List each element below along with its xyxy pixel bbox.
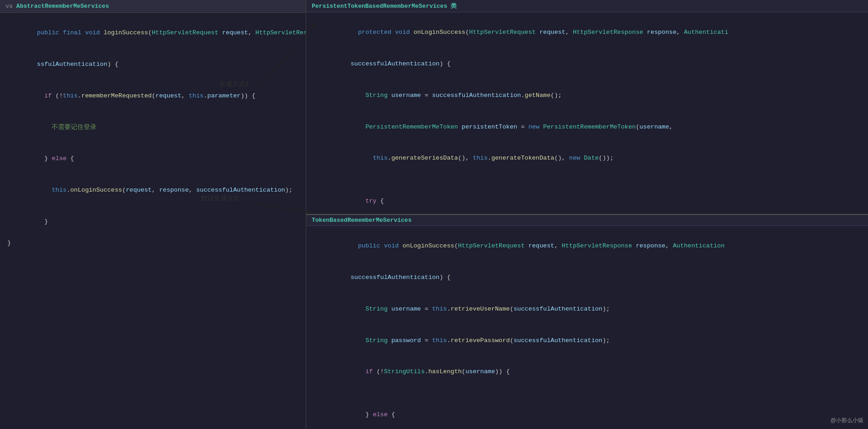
watermark: @小那么小猿 bbox=[831, 417, 863, 424]
keyword: public bbox=[358, 242, 380, 249]
param: successfulAuthentication bbox=[351, 274, 439, 281]
code-line: if (!this.rememberMeRequested(request, t… bbox=[0, 80, 306, 112]
method: generateSeriesData bbox=[391, 155, 458, 161]
param: response bbox=[647, 29, 676, 36]
param: successfulAuthentication bbox=[514, 337, 602, 344]
type: String bbox=[365, 306, 388, 312]
keyword: void bbox=[395, 29, 410, 36]
param: username bbox=[465, 368, 495, 375]
left-code-area: public final void loginSuccess(HttpServl… bbox=[0, 13, 306, 263]
param: successfulAuthentication bbox=[351, 60, 439, 67]
method: getName bbox=[525, 92, 551, 99]
code-line: ssfulAuthentication) { bbox=[0, 49, 306, 80]
type: String bbox=[365, 92, 388, 99]
code-line: String password = this.retrievePassword(… bbox=[306, 325, 868, 356]
type: HttpServletRequest bbox=[152, 29, 218, 36]
right-section: PersistentTokenBasedRememberMeServices 类… bbox=[306, 0, 868, 429]
code-line: } bbox=[0, 238, 306, 259]
param: request bbox=[126, 187, 152, 193]
keyword: if bbox=[365, 368, 373, 375]
param: persistentToken bbox=[462, 123, 517, 130]
code-line: 不需要记住登录 bbox=[0, 112, 306, 143]
left-panel-header: va AbstractRememberMeServices bbox=[0, 0, 306, 13]
param: response bbox=[159, 187, 189, 193]
code-line: protected void onLoginSuccess(HttpServle… bbox=[306, 17, 868, 48]
param: successfulAuthentication bbox=[432, 92, 521, 99]
main-container: va AbstractRememberMeServices public fin… bbox=[0, 0, 868, 429]
top-right-title: PersistentTokenBasedRememberMeServices 类 bbox=[306, 0, 868, 12]
param: request bbox=[528, 242, 554, 249]
code-line: successfulAuthentication) { bbox=[306, 262, 868, 294]
code-line: public void onLoginSuccess(HttpServletRe… bbox=[306, 231, 868, 262]
type: HttpServletResponse bbox=[562, 242, 632, 249]
type: Authenticati bbox=[684, 29, 728, 36]
keyword: final bbox=[63, 29, 82, 36]
code-line: try { bbox=[306, 185, 868, 215]
keyword: void bbox=[85, 29, 100, 36]
type: PersistentRememberMeToken bbox=[543, 123, 636, 130]
method: onLoginSuccess bbox=[402, 242, 454, 249]
this-kw: this bbox=[52, 187, 66, 193]
code-line: String username = this.retrieveUserName(… bbox=[306, 294, 868, 325]
top-right-code: protected void onLoginSuccess(HttpServle… bbox=[306, 12, 868, 215]
keyword: void bbox=[384, 242, 399, 249]
left-panel: va AbstractRememberMeServices public fin… bbox=[0, 0, 306, 429]
keyword: if bbox=[44, 92, 52, 99]
keyword: new bbox=[528, 123, 539, 130]
code-line: this.onLoginSuccess(request, response, s… bbox=[0, 175, 306, 206]
code-line: PersistentRememberMeToken persistentToke… bbox=[306, 111, 868, 143]
method-name: loginSuccess bbox=[104, 29, 148, 36]
param: response bbox=[636, 242, 666, 249]
method: onLoginSuccess bbox=[414, 29, 465, 36]
type: HttpServletResponse bbox=[573, 29, 643, 36]
param: ssfulAuthentication bbox=[37, 61, 107, 68]
param: successfulAuthentication bbox=[514, 306, 602, 312]
code-line: } bbox=[0, 206, 306, 238]
class-name-label: AbstractRememberMeServices bbox=[16, 3, 109, 10]
param: request bbox=[222, 29, 248, 36]
comment-cn: 不需要记住登录 bbox=[52, 124, 96, 131]
method: retrievePassword bbox=[451, 337, 510, 344]
method: retrieveUserName bbox=[451, 306, 510, 312]
code-line bbox=[306, 174, 868, 185]
persistent-class-title: PersistentTokenBasedRememberMeServices 类 bbox=[312, 3, 457, 10]
type: HttpServletResponse bbox=[256, 29, 306, 36]
keyword: public bbox=[37, 29, 59, 36]
method: generateTokenData bbox=[491, 155, 554, 161]
keyword: new bbox=[569, 155, 580, 161]
param: username bbox=[639, 123, 669, 130]
code-line: successfulAuthentication) { bbox=[306, 48, 868, 80]
code-line: String username = successfulAuthenticati… bbox=[306, 80, 868, 112]
try-keyword: try bbox=[365, 198, 376, 204]
this-kw: this bbox=[63, 92, 78, 99]
field: parameter bbox=[208, 92, 241, 99]
code-line bbox=[306, 388, 868, 399]
type: Authentication bbox=[673, 242, 724, 249]
file-label: va bbox=[5, 3, 13, 10]
type: HttpServletRequest bbox=[458, 242, 525, 249]
param: username bbox=[391, 306, 421, 312]
type: HttpServletRequest bbox=[469, 29, 536, 36]
this-kw: this bbox=[473, 155, 487, 161]
param: username bbox=[391, 92, 421, 99]
type: Date bbox=[584, 155, 598, 161]
code-line: this.generateSeriesData(), this.generate… bbox=[306, 143, 868, 174]
param: password bbox=[391, 337, 421, 344]
code-line: public final void loginSuccess(HttpServl… bbox=[0, 17, 306, 49]
code-line: if (!StringUtils.hasLength(username)) { bbox=[306, 356, 868, 388]
code-line: } else { bbox=[306, 399, 868, 429]
method: hasLength bbox=[428, 368, 462, 375]
this-kw: this bbox=[189, 92, 203, 99]
bottom-right-panel: TokenBasedRememberMeServices public void… bbox=[306, 215, 868, 429]
this-kw: this bbox=[432, 337, 447, 344]
param: successfulAuthentication bbox=[196, 187, 285, 193]
keyword: else bbox=[52, 155, 66, 162]
param: request bbox=[539, 29, 565, 36]
method: onLoginSuccess bbox=[70, 187, 122, 193]
code-line: } else { bbox=[0, 143, 306, 175]
param: request bbox=[155, 92, 181, 99]
this-kw: this bbox=[373, 155, 388, 161]
type: StringUtils bbox=[384, 368, 425, 375]
this-kw: this bbox=[432, 306, 447, 312]
top-right-panel: PersistentTokenBasedRememberMeServices 类… bbox=[306, 0, 868, 215]
